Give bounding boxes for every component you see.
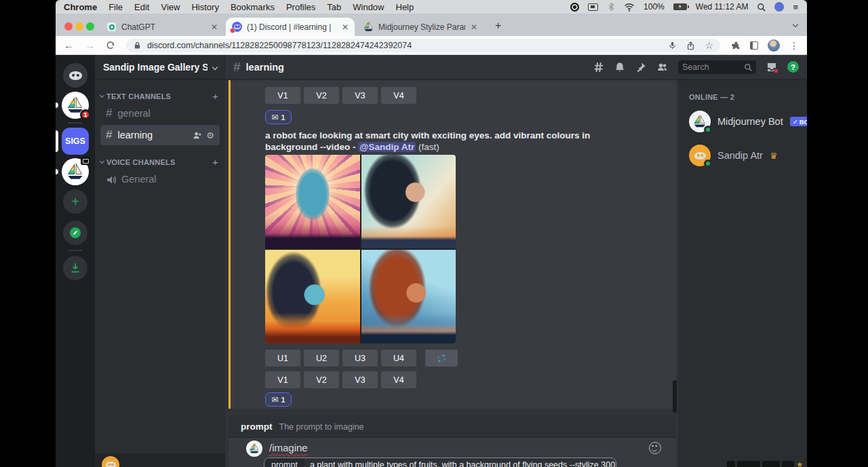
v2-button[interactable]: V2 xyxy=(304,87,339,104)
member-sandip[interactable]: Sandip Atr ♛ xyxy=(684,142,802,169)
menu-bookmarks[interactable]: Bookmarks xyxy=(231,2,275,12)
invite-people-icon[interactable] xyxy=(192,130,202,141)
user-mention[interactable]: @Sandip Atr xyxy=(358,142,416,152)
user-avatar[interactable] xyxy=(102,456,119,467)
search-input[interactable]: Search xyxy=(678,60,756,74)
forward-button[interactable]: → xyxy=(85,40,95,50)
create-channel-button[interactable]: + xyxy=(212,90,218,102)
discord-favicon xyxy=(232,22,242,32)
server-sailboat-1[interactable]: 1 xyxy=(62,92,89,119)
u3-button[interactable]: U3 xyxy=(342,350,378,367)
channel-general[interactable]: # general xyxy=(100,103,220,124)
add-server-button[interactable]: + xyxy=(63,189,87,214)
option-field-label: prompt xyxy=(264,458,304,467)
control-center-icon[interactable]: ≡ xyxy=(793,2,799,12)
v3-button[interactable]: V3 xyxy=(342,371,378,388)
channel-learning[interactable]: # learning ⚙ xyxy=(100,125,220,145)
u1-button[interactable]: U1 xyxy=(265,350,300,367)
back-button[interactable]: ← xyxy=(64,40,74,50)
address-bar[interactable]: discord.com/channels/1128282250098778123… xyxy=(126,39,720,52)
midjourney-image-grid[interactable] xyxy=(265,155,456,343)
bluetooth-icon[interactable] xyxy=(607,2,615,12)
tab-chatgpt[interactable]: ChatGPT ✕ xyxy=(100,18,224,36)
menu-app[interactable]: Chrome xyxy=(64,2,97,12)
pinned-messages-icon[interactable] xyxy=(635,62,646,73)
side-panel-icon[interactable] xyxy=(750,41,758,50)
download-apps-button[interactable] xyxy=(63,256,87,280)
tab-discord[interactable]: (1) Discord | #learning | Sandi ✕ xyxy=(226,18,355,36)
menu-profiles[interactable]: Profiles xyxy=(286,2,315,12)
reaction-count: 1 xyxy=(281,113,285,122)
member-midjourney-bot[interactable]: Midjourney Bot ✓ BOT xyxy=(684,108,802,135)
tab-close-icon[interactable]: ✕ xyxy=(211,22,218,32)
menu-window[interactable]: Window xyxy=(353,2,384,12)
menu-history[interactable]: History xyxy=(191,2,218,12)
member-list-icon[interactable] xyxy=(656,62,668,72)
envelope-reaction[interactable]: ✉ 1 xyxy=(265,110,292,124)
menu-view[interactable]: View xyxy=(161,2,180,12)
menu-file[interactable]: File xyxy=(108,2,123,12)
url-text: discord.com/channels/1128282250098778123… xyxy=(147,41,663,50)
menubar-clock[interactable]: Wed 11:12 AM xyxy=(696,2,749,12)
v1-button[interactable]: V1 xyxy=(265,371,300,388)
tab-search-chevron-icon[interactable] xyxy=(793,22,798,27)
new-tab-button[interactable]: + xyxy=(495,20,501,31)
share-icon[interactable] xyxy=(686,41,695,50)
bookmark-star-icon[interactable]: ☆ xyxy=(705,40,713,51)
message-input[interactable]: /imagine prompt a plant with multiple ty… xyxy=(229,438,676,467)
threads-icon[interactable] xyxy=(593,61,604,73)
voice-channel-general[interactable]: General xyxy=(100,169,220,189)
v2-button[interactable]: V2 xyxy=(304,371,339,388)
tab-close-icon[interactable]: ✕ xyxy=(471,22,477,32)
window-close-button[interactable] xyxy=(64,22,73,31)
discord-home-button[interactable] xyxy=(63,63,87,88)
imagine-command-text[interactable]: /imagine xyxy=(269,442,308,453)
profile-avatar[interactable] xyxy=(768,39,780,52)
screen-record-icon[interactable] xyxy=(570,3,579,12)
extensions-puzzle-icon[interactable] xyxy=(731,41,741,50)
wifi-icon[interactable] xyxy=(624,2,635,12)
reload-button[interactable] xyxy=(106,41,115,50)
category-label: VOICE CHANNELS xyxy=(106,158,175,166)
menu-help[interactable]: Help xyxy=(396,2,414,12)
v4-button[interactable]: V4 xyxy=(381,87,416,104)
tab-close-icon[interactable]: ✕ xyxy=(342,22,349,32)
server-header[interactable]: Sandip Image Gallery Se... xyxy=(95,55,225,79)
window-minimize-button[interactable] xyxy=(75,22,83,31)
envelope-reaction[interactable]: ✉ 1 xyxy=(265,392,292,407)
grid-image-2[interactable] xyxy=(361,155,456,248)
channel-settings-gear-icon[interactable]: ⚙ xyxy=(206,130,214,141)
explore-servers-button[interactable] xyxy=(63,221,87,245)
grid-image-1[interactable] xyxy=(265,155,360,248)
inbox-button[interactable] xyxy=(766,62,777,73)
category-text-channels[interactable]: TEXT CHANNELS + xyxy=(95,90,225,102)
menu-edit[interactable]: Edit xyxy=(134,2,149,12)
v3-button[interactable]: V3 xyxy=(342,87,378,104)
rerun-button[interactable] xyxy=(425,350,458,367)
emoji-picker-icon[interactable] xyxy=(649,442,661,454)
u4-button[interactable]: U4 xyxy=(381,350,416,367)
create-channel-button[interactable]: + xyxy=(212,156,218,168)
window-zoom-button[interactable] xyxy=(86,22,94,31)
chat-scrollbar[interactable] xyxy=(673,380,677,413)
menu-tab[interactable]: Tab xyxy=(327,2,341,12)
screen-mirroring-icon[interactable] xyxy=(588,3,598,11)
slash-command-hint[interactable]: prompt The prompt to imagine xyxy=(229,416,676,438)
server-sigs[interactable]: SIGS xyxy=(62,128,89,155)
spotlight-icon[interactable] xyxy=(757,3,766,12)
v4-button[interactable]: V4 xyxy=(381,371,416,388)
grid-image-3[interactable] xyxy=(265,250,360,343)
siri-icon[interactable] xyxy=(774,2,784,12)
tab-title: Midjourney Stylize Parameter xyxy=(378,22,465,32)
notifications-bell-icon[interactable] xyxy=(614,62,625,73)
mic-search-icon[interactable] xyxy=(668,41,677,50)
u2-button[interactable]: U2 xyxy=(304,350,339,367)
v1-button[interactable]: V1 xyxy=(265,87,300,104)
tab-midjourney[interactable]: Midjourney Stylize Parameter ✕ xyxy=(357,18,484,36)
category-voice-channels[interactable]: VOICE CHANNELS + xyxy=(95,156,225,168)
prompt-option-field[interactable]: prompt a plant with multiple types of fr… xyxy=(264,457,616,467)
server-sailboat-2[interactable] xyxy=(62,158,89,185)
grid-image-4[interactable] xyxy=(361,250,456,343)
browser-menu-icon[interactable]: ⋮ xyxy=(789,40,799,51)
help-button[interactable]: ? xyxy=(787,61,799,73)
